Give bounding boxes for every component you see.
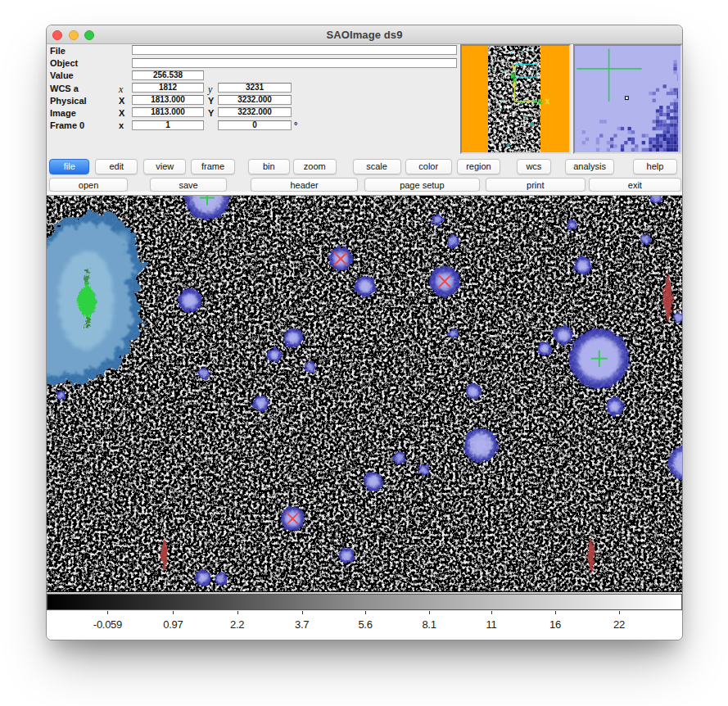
- svg-text:E: E: [538, 98, 543, 106]
- svg-text:X: X: [545, 98, 550, 106]
- svg-text:N: N: [510, 72, 514, 80]
